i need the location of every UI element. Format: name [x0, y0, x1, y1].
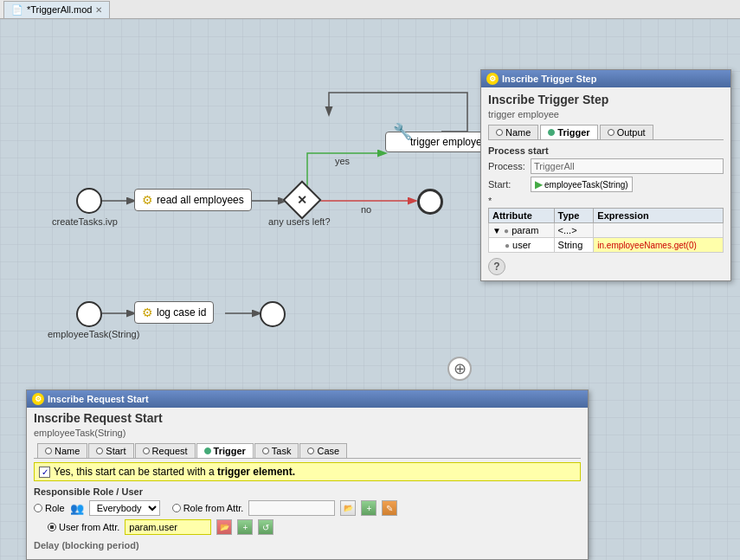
end-circle-2[interactable] [260, 301, 286, 327]
label-yes: yes [335, 156, 350, 166]
request-heading: Inscribe Request Start [34, 411, 581, 425]
asterisk-separator: * [488, 196, 724, 206]
help-button[interactable]: ? [488, 258, 505, 275]
trigger-checkbox-row[interactable]: ✓ Yes, this start can be started with a … [34, 462, 581, 481]
start-circle-1[interactable] [76, 188, 102, 214]
label-employeetask: employeeTask(String) [48, 329, 139, 339]
user-attr-radio[interactable] [48, 523, 56, 531]
req-tab-start[interactable]: Start [88, 443, 133, 458]
user-attr-label: User from Attr. [59, 522, 119, 532]
col-attribute: Attribute [489, 209, 555, 223]
role-row-1: Role 👥 Everybody Role from Attr. 📂 + ✎ [34, 500, 581, 516]
responsible-section-label: Responsible Role / User [34, 486, 581, 497]
radio-output [608, 129, 615, 136]
attribute-table: Attribute Type Expression ▼ ● param <...… [488, 208, 724, 253]
user-attr-radio-label[interactable]: User from Attr. [48, 522, 119, 532]
role-select[interactable]: Everybody [89, 500, 160, 516]
rd-task [262, 447, 269, 454]
param-icon: ● [504, 226, 509, 235]
col-expression: Expression [594, 209, 724, 223]
rd-start [96, 447, 103, 454]
trigger-subheading: trigger employee [488, 109, 724, 119]
tab-triggerall[interactable]: 📄 *TriggerAll.mod ✕ [3, 1, 110, 18]
tab-output[interactable]: Output [600, 125, 653, 139]
user-attr-browse-btn[interactable]: 📂 [216, 519, 232, 535]
tab-name[interactable]: Name [488, 125, 538, 139]
label-any-users: any users left? [268, 216, 331, 227]
label-no: no [361, 204, 371, 215]
trigger-step-panel: ⚙ Inscribe Trigger Step Inscribe Trigger… [480, 69, 731, 281]
task-trigger-employee[interactable]: 🔧 trigger employee [385, 132, 495, 152]
rd-name [45, 447, 52, 454]
user-attr-input[interactable] [125, 519, 211, 535]
circle-node [76, 188, 102, 214]
role-radio-label[interactable]: Role [34, 503, 65, 513]
request-panel-titlebar[interactable]: ⚙ Inscribe Request Start [27, 390, 588, 408]
gear-icon-read: ⚙ [142, 193, 153, 207]
start-value: employeeTask(String) [544, 180, 628, 190]
request-tabs: Name Start Request Trigger Task Case [34, 443, 581, 459]
param-expr-cell [594, 223, 724, 238]
tab-label: *TriggerAll.mod [27, 4, 92, 15]
trigger-panel-icon: ⚙ [486, 73, 499, 85]
request-panel-icon: ⚙ [32, 393, 44, 405]
request-subheading: employeeTask(String) [34, 428, 581, 438]
end-circle-thick[interactable] [417, 189, 443, 215]
start-btn[interactable]: ▶ employeeTask(String) [531, 177, 633, 192]
role-attr-add-btn[interactable]: + [361, 500, 376, 516]
checkbox-label: Yes, this start can be started with a tr… [54, 466, 295, 478]
req-tab-task[interactable]: Task [254, 443, 299, 458]
start-row: Start: ▶ employeeTask(String) [488, 177, 724, 192]
start-arrow-icon: ▶ [535, 178, 543, 190]
trigger-panel-body: Inscribe Trigger Step trigger employee N… [481, 87, 730, 280]
task-read-employees[interactable]: ⚙ read all employees [134, 189, 252, 211]
rd-trigger [204, 447, 211, 454]
diamond-decision[interactable]: ✕ [288, 186, 316, 214]
user-type-cell: String [554, 238, 594, 253]
role-attr-input[interactable] [248, 500, 335, 516]
trigger-panel-titlebar[interactable]: ⚙ Inscribe Trigger Step [481, 70, 730, 87]
start-circle-2[interactable] [76, 301, 102, 327]
role-attr-radio-label[interactable]: Role from Attr. [172, 503, 244, 513]
process-input[interactable] [531, 158, 724, 174]
process-section-label: Process start [488, 145, 724, 156]
role-attr-edit-btn[interactable]: ✎ [382, 500, 397, 516]
col-type: Type [554, 209, 594, 223]
req-tab-case[interactable]: Case [299, 443, 347, 458]
tree-expand-icon: ▼ [492, 226, 501, 235]
process-label: Process: [488, 161, 527, 171]
user-icon: ● [505, 241, 510, 250]
delay-section-label: Delay (blocking period) [34, 540, 581, 550]
trigger-element-label: trigger element. [217, 466, 295, 478]
user-attr-cell: ● user [489, 238, 555, 253]
table-row-param[interactable]: ▼ ● param <...> [489, 223, 724, 238]
table-row-user[interactable]: ● user String in.employeeNames.get(0) [489, 238, 724, 253]
req-tab-name[interactable]: Name [37, 443, 87, 458]
start-label: Start: [488, 179, 527, 190]
role-attr-label: Role from Attr. [183, 503, 244, 513]
user-expr-cell[interactable]: in.employeeNames.get(0) [594, 238, 724, 253]
tab-trigger[interactable]: Trigger [540, 125, 597, 139]
everybody-icon: 👥 [70, 502, 84, 515]
role-row-2: User from Attr. 📂 + ↺ [34, 519, 581, 535]
expand-circle-btn[interactable]: ⊕ [447, 357, 472, 381]
gear-icon-log: ⚙ [142, 306, 153, 319]
role-label: Role [45, 503, 65, 513]
user-attr-add-btn[interactable]: + [237, 519, 253, 535]
tab-close-icon[interactable]: ✕ [95, 5, 102, 15]
trigger-checkbox[interactable]: ✓ [39, 467, 50, 478]
role-attr-radio[interactable] [172, 504, 181, 512]
request-panel-title: Inscribe Request Start [48, 394, 149, 404]
canvas-area: createTasks.ivp ⚙ read all employees ✕ a… [0, 19, 740, 560]
req-tab-trigger[interactable]: Trigger [196, 443, 254, 458]
param-type-cell: <...> [554, 223, 594, 238]
user-attr-refresh-btn[interactable]: ↺ [258, 519, 273, 535]
file-icon: 📄 [11, 4, 23, 16]
request-start-panel: ⚙ Inscribe Request Start Inscribe Reques… [26, 389, 589, 560]
role-attr-browse-btn[interactable]: 📂 [340, 500, 356, 516]
request-panel-body: Inscribe Request Start employeeTask(Stri… [27, 408, 588, 559]
role-radio[interactable] [34, 504, 42, 512]
req-tab-request[interactable]: Request [135, 443, 196, 458]
process-row: Process: [488, 158, 724, 174]
task-log-case[interactable]: ⚙ log case id [134, 301, 214, 324]
